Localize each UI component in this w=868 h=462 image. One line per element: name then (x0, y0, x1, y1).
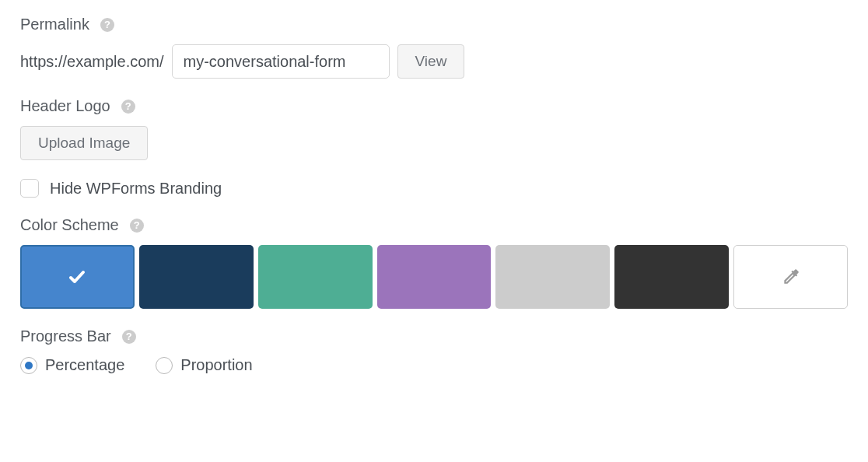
progress-bar-option-proportion[interactable]: Proportion (156, 356, 252, 374)
permalink-prefix: https://example.com/ (20, 53, 164, 71)
permalink-section: Permalink ? https://example.com/ View (20, 16, 848, 79)
radio-label-percentage: Percentage (45, 356, 124, 374)
header-logo-label-row: Header Logo ? (20, 97, 848, 115)
permalink-slug-input[interactable] (172, 44, 390, 79)
check-icon (65, 268, 89, 286)
color-swatch-0[interactable] (20, 245, 135, 309)
permalink-row: https://example.com/ View (20, 44, 848, 79)
color-swatch-custom[interactable] (733, 245, 848, 309)
radio-percentage[interactable] (20, 357, 37, 374)
hide-branding-checkbox[interactable] (20, 179, 39, 198)
progress-bar-label-row: Progress Bar ? (20, 327, 848, 345)
color-swatches (20, 245, 848, 309)
help-icon[interactable]: ? (122, 330, 136, 344)
radio-proportion[interactable] (156, 357, 173, 374)
eyedropper-icon (781, 267, 801, 287)
permalink-label: Permalink (20, 16, 89, 33)
progress-bar-option-percentage[interactable]: Percentage (20, 356, 124, 374)
help-icon[interactable]: ? (130, 219, 144, 233)
progress-bar-section: Progress Bar ? PercentageProportion (20, 327, 848, 374)
branding-section: Hide WPForms Branding (20, 179, 848, 198)
color-swatch-1[interactable] (139, 245, 254, 309)
color-scheme-label: Color Scheme (20, 216, 119, 234)
help-icon[interactable]: ? (100, 18, 114, 32)
hide-branding-label: Hide WPForms Branding (50, 180, 222, 198)
color-scheme-section: Color Scheme ? (20, 216, 848, 309)
view-button[interactable]: View (397, 44, 465, 79)
help-icon[interactable]: ? (121, 100, 135, 114)
progress-bar-options: PercentageProportion (20, 356, 848, 374)
color-swatch-3[interactable] (377, 245, 492, 309)
hide-branding-row[interactable]: Hide WPForms Branding (20, 179, 848, 198)
color-swatch-4[interactable] (495, 245, 610, 309)
progress-bar-label: Progress Bar (20, 327, 111, 345)
permalink-label-row: Permalink ? (20, 16, 848, 33)
color-scheme-label-row: Color Scheme ? (20, 216, 848, 234)
color-swatch-5[interactable] (614, 245, 729, 309)
header-logo-label: Header Logo (20, 97, 110, 115)
upload-image-button[interactable]: Upload Image (20, 126, 148, 160)
header-logo-section: Header Logo ? Upload Image (20, 97, 848, 160)
color-swatch-2[interactable] (258, 245, 373, 309)
radio-label-proportion: Proportion (180, 356, 252, 374)
